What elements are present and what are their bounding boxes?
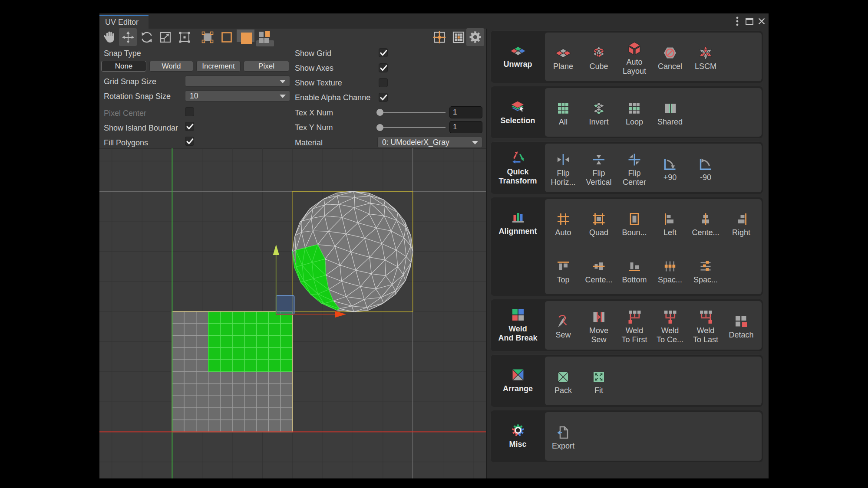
cube-button[interactable]: Cube (581, 33, 617, 81)
pan-tool-button[interactable] (101, 28, 119, 46)
snap-type-pixel-button[interactable]: Pixel (244, 61, 289, 72)
rect-tool-button[interactable] (176, 28, 193, 46)
close-button[interactable] (757, 16, 766, 26)
item-label: Flip Center (623, 169, 646, 187)
settings-panel: Snap Type NoneWorldIncrementPixel Grid S… (99, 46, 486, 148)
enable-alpha-channel-checkbox[interactable] (379, 93, 388, 102)
sphere-island[interactable] (292, 191, 413, 312)
tex-x-num-value[interactable]: 1 (449, 106, 482, 118)
align-quad-button[interactable]: Quad (581, 199, 617, 246)
show-texture-checkbox[interactable] (379, 78, 388, 87)
export-button[interactable]: Export (545, 412, 581, 461)
space-horizontal-button[interactable]: Spac... (652, 247, 688, 294)
rotation-snap-size-dropdown[interactable]: 10 (185, 90, 290, 102)
material-dropdown[interactable]: 0: UModelerX_Gray (377, 137, 482, 148)
tex-y-num-value[interactable]: 1 (449, 121, 482, 133)
pixel-grid-tool-button[interactable] (450, 28, 467, 46)
group-selection: Selection All Invert Loop Shared (491, 86, 763, 138)
group-misc-header: Misc (491, 410, 545, 462)
scale-tool-button[interactable] (157, 28, 174, 46)
unwrap-icon (510, 45, 526, 57)
align-center-vertical-button[interactable]: Cente... (581, 247, 617, 294)
align-right-icon (735, 212, 748, 226)
tex-x-num-slider[interactable] (380, 109, 446, 116)
cancel-button[interactable]: Cancel (652, 33, 688, 81)
move-sew-button[interactable]: Move Sew (581, 301, 617, 350)
pack-button[interactable]: Pack (545, 357, 581, 405)
align-center-horizontal-button[interactable]: Cente... (688, 199, 723, 246)
face-mode-tool-button[interactable] (236, 28, 255, 46)
slider-knob[interactable] (376, 124, 383, 131)
align-right-button[interactable]: Right (723, 199, 759, 246)
tex-y-num-slider[interactable] (380, 124, 446, 131)
align-left-button[interactable]: Left (652, 199, 688, 246)
item-label: Loop (626, 118, 643, 127)
align-bounds-button[interactable]: Boun... (617, 199, 652, 246)
show-island-boundary-label: Show Island Boundary (104, 124, 178, 133)
gizmo-plane-handle[interactable] (276, 296, 294, 314)
vertex-mode-tool-button[interactable] (199, 28, 216, 46)
shared-button[interactable]: Shared (652, 88, 688, 137)
detach-button[interactable]: Detach (723, 301, 759, 350)
sew-button[interactable]: Sew (545, 301, 581, 350)
uv-canvas[interactable] (99, 148, 486, 478)
move-tool-button[interactable] (119, 28, 137, 46)
grid-snap-size-dropdown[interactable] (185, 75, 290, 87)
snap-type-increment-button[interactable]: Increment (196, 61, 241, 72)
slider-knob[interactable] (376, 109, 383, 116)
sew-icon (556, 314, 570, 329)
snap-type-label: Snap Type (104, 49, 141, 58)
flip-vertical-button[interactable]: Flip Vertical (581, 144, 617, 192)
plane-button[interactable]: Plane (545, 33, 581, 81)
show-axes-checkbox[interactable] (379, 63, 388, 72)
show-grid-checkbox[interactable] (379, 48, 388, 57)
close-icon (758, 18, 765, 25)
space-vertical-button[interactable]: Spac... (688, 247, 723, 294)
pixel-center-checkbox[interactable] (185, 107, 194, 116)
lscm-button[interactable]: LSCM (688, 33, 723, 81)
invert-button[interactable]: Invert (581, 88, 617, 137)
align-bottom-button[interactable]: Bottom (617, 247, 652, 294)
loop-icon (628, 101, 640, 116)
item-label: Boun... (622, 228, 647, 237)
maximize-icon (746, 18, 753, 25)
group-label: Alignment (499, 227, 537, 236)
weld-to-first-button[interactable]: Weld To First (617, 301, 652, 350)
rotate-plus-90-button[interactable]: +90 (652, 144, 688, 192)
show-island-boundary-checkbox[interactable] (185, 122, 194, 131)
more-button[interactable] (733, 16, 742, 26)
fit-button[interactable]: Fit (581, 357, 617, 405)
flip-horizontal-button[interactable]: Flip Horiz... (545, 144, 581, 192)
all-button[interactable]: All (545, 88, 581, 137)
rotate-tool-button[interactable] (138, 28, 155, 46)
align-auto-button[interactable]: Auto (545, 199, 581, 246)
flip-center-button[interactable]: Flip Center (617, 144, 652, 192)
grid-snap-tool-button[interactable] (431, 28, 448, 46)
settings-tool-button[interactable] (466, 28, 484, 46)
item-label: Fit (594, 386, 603, 395)
tab-uv-editor[interactable]: UV Editor (99, 15, 149, 29)
align-top-icon (557, 259, 570, 274)
group-weld-and-break-header: Weld And Break (491, 299, 545, 351)
weld-to-center-button[interactable]: Weld To Ce... (652, 301, 688, 350)
rotate-icon (140, 31, 153, 44)
snap-type-world-button[interactable]: World (149, 61, 193, 72)
snap-type-none-button[interactable]: None (101, 61, 146, 72)
island-mode-tool-button[interactable] (256, 28, 275, 46)
fill-polygons-checkbox[interactable] (185, 137, 194, 146)
item-label: Quad (589, 228, 608, 237)
item-label: Cube (589, 62, 608, 71)
align-top-button[interactable]: Top (545, 247, 581, 294)
align-center-h-icon (699, 212, 712, 226)
rotate-minus-90-button[interactable]: -90 (688, 144, 723, 192)
item-label: Flip Horiz... (551, 169, 575, 187)
item-label: Export (552, 442, 574, 451)
loop-button[interactable]: Loop (617, 88, 652, 137)
weld-to-last-button[interactable]: Weld To Last (688, 301, 723, 350)
misc-icon (512, 424, 525, 437)
auto-layout-button[interactable]: Auto Layout (617, 33, 652, 81)
maximize-button[interactable] (745, 16, 754, 26)
uv-grid-island[interactable] (172, 311, 293, 432)
slider-track (380, 127, 446, 128)
edge-mode-tool-button[interactable] (218, 28, 235, 46)
